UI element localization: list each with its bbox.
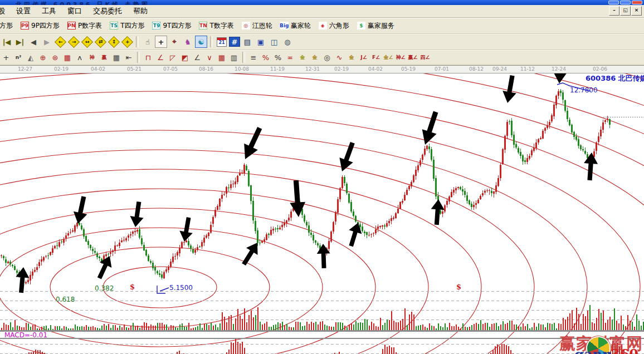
maximize-button[interactable]: [620, 1, 631, 4]
drawing-tool-icon: 金: [313, 55, 318, 60]
winner-service-button[interactable]: $赢家服务: [353, 20, 398, 32]
save-tool[interactable]: ▣: [255, 36, 267, 48]
date-tick-label: 04-02: [91, 66, 105, 72]
drawing-tool-31[interactable]: F∠: [370, 52, 382, 63]
mdi-close-button[interactable]: ×: [631, 6, 642, 16]
drawing-tool-9[interactable]: ▦: [111, 52, 123, 63]
expand-h-diamond[interactable]: ↔: [81, 36, 93, 48]
step-forward-button[interactable]: ▶: [41, 36, 53, 48]
goto-first-button[interactable]: |◀: [1, 36, 13, 48]
export-tool[interactable]: ◫: [268, 36, 280, 48]
dollar-mark: $: [456, 283, 461, 291]
drawing-tool-icon: 神: [90, 55, 95, 60]
compress-all-diamond[interactable]: ↕: [108, 36, 120, 48]
close-button[interactable]: [632, 1, 642, 4]
memo-tool[interactable]: ▤: [241, 36, 253, 48]
toolbar-label: 方形: [0, 21, 13, 31]
drawing-tool-18[interactable]: ▦: [216, 52, 228, 63]
gann-wheel-button[interactable]: ◎江恩轮: [238, 20, 276, 32]
drawing-tool-8[interactable]: 赢: [99, 52, 110, 63]
drawing-tool-27[interactable]: ◎: [321, 52, 333, 63]
drawing-tool-2[interactable]: ◭: [25, 52, 37, 63]
export-tool-icon: ◫: [271, 38, 277, 46]
toolbar-label: 赢家轮: [291, 21, 311, 31]
calculator-tool[interactable]: #: [229, 37, 240, 47]
step-back-button[interactable]: ◀: [27, 36, 40, 48]
calendar-tool[interactable]: 21: [216, 36, 228, 48]
drawing-tool-6[interactable]: ʌ: [74, 52, 86, 63]
mark-tool[interactable]: ⌖: [168, 36, 180, 48]
drawing-tool-26[interactable]: 金: [309, 52, 321, 63]
shape-p-table-button[interactable]: PNP数字表: [64, 20, 106, 32]
mdi-minimize-button[interactable]: –: [609, 6, 619, 16]
drawing-tool-icon: ▦: [113, 54, 120, 61]
drawing-tool-16[interactable]: ∠: [192, 52, 203, 63]
menu-item-1[interactable]: 设置: [11, 5, 36, 17]
drawing-tool-22[interactable]: %: [260, 52, 272, 63]
drawing-tool-15[interactable]: ◩: [179, 52, 191, 63]
drawing-tool-icon: 金∠: [383, 55, 393, 60]
hand-tool[interactable]: ☝: [142, 36, 154, 48]
shape-9p-square-button[interactable]: P99P四方形: [17, 20, 64, 32]
drawing-tool-3[interactable]: ⊕: [37, 52, 49, 63]
drawing-tool-icon: ◎: [324, 54, 330, 61]
expand-all-diamond[interactable]: +: [121, 36, 133, 48]
calendar-icon: 21: [217, 37, 227, 47]
scroll-right-diamond[interactable]: →: [67, 36, 80, 48]
drawing-tool-12[interactable]: ⊓: [143, 52, 154, 63]
expand-all-diamond-icon: +: [121, 36, 133, 47]
hexagon-button[interactable]: ◈六角形: [315, 20, 353, 32]
menu-item-2[interactable]: 工具: [36, 5, 62, 17]
menu-item-3[interactable]: 窗口: [62, 5, 87, 17]
mdi-restore-button[interactable]: ◱: [620, 6, 631, 16]
drawing-tool-28[interactable]: ∿: [334, 52, 345, 63]
drawing-tool-10[interactable]: ⇤: [123, 52, 135, 63]
drawing-tool-0[interactable]: +: [1, 52, 12, 63]
drawing-tool-1[interactable]: n²: [13, 52, 25, 63]
base-price-label: 5.1500: [169, 284, 193, 291]
minimize-button[interactable]: [608, 1, 619, 4]
drawing-tool-icon: 神∠: [396, 55, 405, 60]
goto-last-button[interactable]: ▶|: [14, 36, 26, 48]
drawing-tool-35[interactable]: 四∠: [419, 52, 431, 63]
drawing-tool-30[interactable]: J∠: [358, 52, 370, 63]
chart-canvas[interactable]: [0, 73, 644, 354]
macd-value-label: MACD=-0.01: [4, 332, 47, 338]
menu-item-4[interactable]: 交易委托: [87, 5, 128, 17]
expand-h-diamond-icon: ↔: [81, 36, 92, 47]
drawing-tool-34[interactable]: 赢∠: [407, 52, 419, 63]
drawing-tool-icon: ◩: [182, 54, 188, 61]
drawing-tool-icon: ▦: [64, 54, 71, 61]
web-tool[interactable]: ◍: [281, 36, 294, 48]
drawing-tool-7[interactable]: 神: [86, 52, 98, 63]
drawing-tool-29[interactable]: 金: [346, 52, 358, 63]
chart-area[interactable]: 600386 北巴传媒 12.7800 5.1500 0.382 0.618 $…: [0, 73, 644, 354]
winner-wheel-button[interactable]: Big赢家轮: [276, 20, 315, 32]
drawing-tool-21[interactable]: ≡: [248, 52, 260, 63]
smart-analysis-tool[interactable]: ☯: [195, 36, 207, 48]
pattern-tool[interactable]: ♞: [182, 36, 194, 48]
scroll-left-diamond[interactable]: ←: [54, 36, 66, 48]
drawing-tool-17[interactable]: ∨: [204, 52, 216, 63]
shape-square-button[interactable]: 方形: [0, 20, 17, 32]
menu-item-0[interactable]: 股: [0, 5, 11, 17]
shape-9t-square-button[interactable]: T99T四方形: [148, 20, 195, 32]
compress-h-diamond[interactable]: ⇄: [94, 36, 106, 48]
drawing-tool-33[interactable]: 神∠: [395, 52, 407, 63]
drawing-tool-32[interactable]: 金∠: [383, 52, 394, 63]
shape-t-square-button[interactable]: TST四方形: [106, 20, 148, 32]
drawing-tool-5[interactable]: ▦: [62, 52, 74, 63]
drawing-tool-19[interactable]: ▥: [228, 52, 240, 63]
menu-item-5[interactable]: 帮助: [128, 5, 153, 17]
drawing-tool-23[interactable]: %: [272, 52, 284, 63]
drawing-toolbar: +n²◭⊕⊛▦ʌ神赢▦⇤⊓∠◸◩∠∨▦▥≡%%≖金金◎∿金J∠F∠金∠神∠赢∠四…: [0, 50, 644, 65]
drawing-tool-25[interactable]: 金: [297, 52, 309, 63]
drawing-tool-4[interactable]: ⊛: [50, 52, 61, 63]
drawing-tool-24[interactable]: ≖: [285, 52, 296, 63]
drawing-tool-14[interactable]: ◸: [167, 52, 179, 63]
crosshair-tool[interactable]: +: [155, 36, 167, 48]
shape-t-table-button[interactable]: TNT数字表: [195, 20, 237, 32]
toolbar-label: T四方形: [120, 21, 144, 31]
drawing-tool-13[interactable]: ∠: [155, 52, 167, 63]
gann-ellipses: [0, 73, 644, 354]
